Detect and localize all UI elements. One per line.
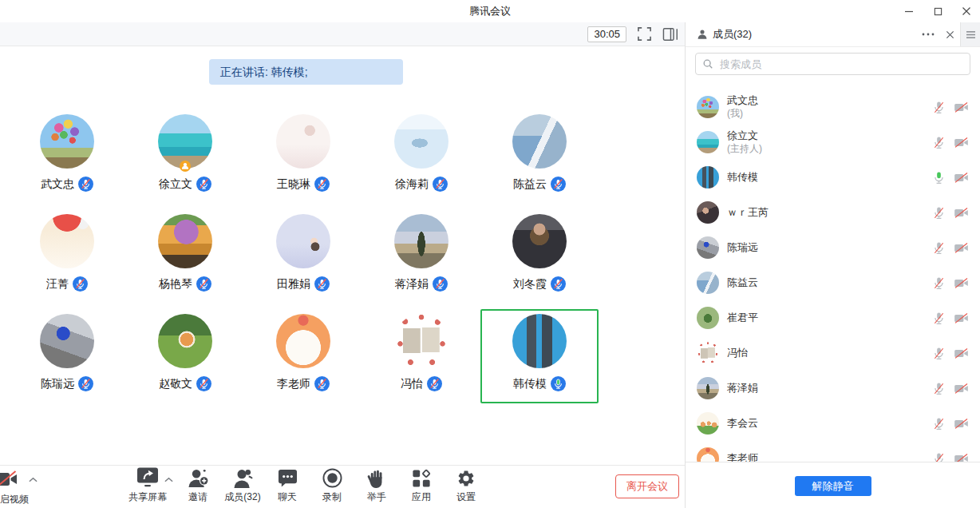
participant-tile[interactable]: 李老师	[244, 309, 362, 403]
participant-tile[interactable]: 韩传模	[480, 309, 599, 403]
member-list: 武文忠 (我) 徐立文 (主持人) 韩传模 ｗｒ王芮 陈瑞远	[686, 89, 980, 462]
participant-name: 陈益云	[513, 177, 547, 192]
raise-hand-icon	[367, 467, 386, 488]
member-role: (我)	[727, 108, 758, 121]
titlebar: 腾讯会议	[0, 0, 980, 23]
toolbar-settings-button[interactable]: 设置	[444, 466, 488, 508]
member-name: 李老师	[727, 452, 758, 462]
member-avatar	[697, 412, 719, 435]
participant-tile[interactable]: 汪菁	[8, 209, 126, 304]
participant-tile[interactable]: 田雅娟	[244, 209, 362, 304]
mic-status-icon	[551, 276, 566, 292]
participant-tile[interactable]: 徐海莉	[362, 109, 480, 204]
member-camera-icon	[954, 418, 969, 430]
member-row[interactable]: ｗｒ王芮	[686, 195, 980, 230]
participant-name: 刘冬霞	[513, 277, 547, 292]
mic-status-icon	[78, 177, 93, 192]
participant-tile[interactable]: 赵敬文	[126, 309, 244, 403]
search-icon	[702, 58, 713, 69]
mic-status-icon	[551, 376, 566, 391]
member-row[interactable]: 蒋泽娟	[686, 371, 980, 406]
participant-avatar	[40, 114, 94, 169]
toolbar-screen-share-button[interactable]: 共享屏幕	[120, 466, 176, 508]
speaking-banner: 正在讲话: 韩传模;	[209, 59, 403, 85]
member-row[interactable]: 崔君平	[686, 300, 980, 335]
members-panel: 成员(32) 武文忠 (我) 徐立文 (主持人) 韩传模	[685, 22, 980, 508]
participant-avatar	[394, 114, 449, 169]
member-name: 韩传模	[727, 171, 758, 185]
member-camera-icon	[954, 347, 969, 359]
member-mic-icon	[933, 171, 945, 185]
toolbar-items: 共享屏幕 邀请 成员(32) 聊天 录制 举手 应用 设置	[120, 466, 488, 508]
participant-avatar	[40, 314, 94, 368]
participant-tile[interactable]: 冯怡	[362, 309, 480, 403]
mic-status-icon	[427, 376, 442, 391]
maximize-icon[interactable]	[932, 6, 943, 17]
participant-tile[interactable]: 徐立文	[126, 109, 244, 204]
member-search-input[interactable]	[718, 58, 963, 71]
member-row[interactable]: 李会云	[686, 406, 980, 441]
member-mic-icon	[933, 312, 945, 325]
chevron-up-icon[interactable]	[29, 477, 38, 482]
participant-tile[interactable]: 王晓琳	[244, 109, 362, 204]
more-icon[interactable]	[922, 33, 935, 36]
window-title: 腾讯会议	[0, 0, 980, 22]
member-role: (主持人)	[727, 143, 762, 156]
chevron-up-icon[interactable]	[164, 477, 173, 482]
participant-tile[interactable]: 蒋泽娟	[362, 209, 480, 304]
member-name: 陈益云	[727, 276, 758, 290]
toolbar-members-button[interactable]: 成员(32)	[220, 466, 265, 508]
toolbar-invite-button[interactable]: 邀请	[176, 466, 220, 508]
participant-tile[interactable]: 刘冬霞	[480, 209, 599, 304]
member-avatar	[697, 447, 719, 462]
member-mic-icon	[933, 276, 945, 290]
window-controls	[903, 0, 972, 22]
members-icon	[232, 467, 254, 488]
mic-status-icon	[73, 276, 88, 292]
toolbar-record-button[interactable]: 录制	[310, 466, 354, 508]
member-row[interactable]: 韩传模	[686, 160, 980, 195]
member-camera-icon	[954, 242, 969, 254]
layout-toggle-icon[interactable]	[662, 27, 678, 42]
leave-meeting-button[interactable]: 离开会议	[615, 474, 679, 498]
participant-name: 徐海莉	[395, 177, 429, 192]
participant-name: 冯怡	[401, 377, 423, 391]
member-avatar	[697, 272, 719, 294]
members-panel-title: 成员(32)	[713, 27, 752, 42]
member-mic-icon	[933, 206, 945, 220]
member-camera-icon	[954, 101, 969, 113]
member-row[interactable]: 冯怡	[686, 335, 980, 371]
hamburger-icon[interactable]	[960, 22, 980, 46]
close-icon[interactable]	[961, 6, 972, 17]
member-row[interactable]: 李老师	[686, 441, 980, 462]
toolbar-raise-hand-button[interactable]: 举手	[354, 466, 399, 508]
member-row[interactable]: 徐立文 (主持人)	[686, 125, 980, 160]
member-avatar	[697, 377, 719, 399]
participant-tile[interactable]: 武文忠	[8, 109, 126, 204]
minimize-icon[interactable]	[903, 6, 915, 17]
unmute-button[interactable]: 解除静音	[795, 476, 871, 496]
toolbar-chat-button[interactable]: 聊天	[265, 466, 310, 508]
screen-share-icon	[136, 467, 159, 488]
fullscreen-icon[interactable]	[637, 26, 652, 42]
invite-icon	[188, 467, 209, 488]
member-row[interactable]: 陈益云	[686, 265, 980, 300]
member-camera-icon	[954, 383, 969, 395]
member-row[interactable]: 陈瑞远	[686, 230, 980, 265]
participant-tile[interactable]: 陈益云	[480, 109, 599, 204]
panel-actions	[922, 22, 954, 46]
member-avatar	[697, 342, 719, 364]
participant-grid-area: 正在讲话: 韩传模; 武文忠 徐立文 王晓琳	[0, 46, 685, 466]
member-name: 蒋泽娟	[727, 382, 758, 395]
apps-icon	[412, 467, 431, 488]
participant-tile[interactable]: 杨艳琴	[126, 209, 244, 304]
member-avatar	[697, 201, 719, 224]
participant-tile[interactable]: 陈瑞远	[8, 309, 126, 403]
participant-avatar	[512, 114, 567, 169]
member-row[interactable]: 武文忠 (我)	[686, 89, 980, 125]
member-camera-icon	[954, 172, 969, 184]
close-panel-icon[interactable]	[946, 30, 954, 39]
member-avatar	[697, 131, 719, 153]
toolbar-apps-button[interactable]: 应用	[399, 466, 444, 508]
mic-status-icon	[551, 177, 566, 192]
